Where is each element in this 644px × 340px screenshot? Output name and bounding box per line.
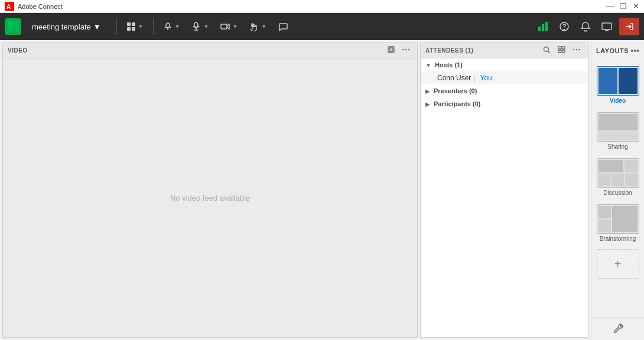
video-content-area: No video feed available <box>3 58 417 337</box>
screen-share-button[interactable] <box>598 19 616 34</box>
attendees-panel: ATTENDEES (1) <box>420 42 588 338</box>
svg-point-38 <box>579 49 580 50</box>
svg-text:A: A <box>6 4 11 10</box>
no-video-message: No video feed available <box>170 194 250 202</box>
layout-discussion[interactable]: Discussion <box>594 155 642 198</box>
layout-brainstorming[interactable]: Brainstorming <box>594 201 642 244</box>
hosts-chevron: ▼ <box>425 62 431 68</box>
attendees-list: ▼ Hosts (1) Conn User | You ▶ Presenters… <box>421 58 588 337</box>
main-content: VIDEO No video feed available <box>0 40 644 340</box>
svg-point-36 <box>573 49 574 50</box>
participants-chevron: ▶ <box>425 101 430 107</box>
participants-group-label: Participants (0) <box>434 100 480 107</box>
attendee-name: Conn User <box>437 74 471 82</box>
svg-rect-8 <box>127 27 131 31</box>
video-panel: VIDEO No video feed available <box>2 42 418 338</box>
layout-discussion-label: Discussion <box>603 189 632 196</box>
apps-chevron: ▼ <box>138 24 144 30</box>
svg-line-31 <box>548 51 551 53</box>
svg-rect-7 <box>132 22 135 26</box>
svg-point-12 <box>194 22 198 27</box>
window-controls: — ❐ ✕ <box>606 2 639 11</box>
layout-discussion-thumbnail <box>597 158 639 188</box>
layout-brainstorming-label: Brainstorming <box>600 236 636 242</box>
attendees-more-button[interactable] <box>570 45 583 56</box>
presenters-chevron: ▶ <box>425 88 430 94</box>
toolbar-separator-2 <box>153 18 154 35</box>
meeting-name-dropdown[interactable]: meeting template ▼ <box>27 20 106 34</box>
layout-video-label: Video <box>610 97 626 104</box>
title-bar: A Adobe Connect — ❐ ✕ <box>0 0 644 13</box>
svg-point-28 <box>405 49 406 50</box>
svg-rect-18 <box>545 22 548 31</box>
app-title: Adobe Connect <box>18 3 63 10</box>
svg-rect-17 <box>542 24 544 31</box>
svg-rect-15 <box>221 24 227 29</box>
close-button[interactable]: ✕ <box>633 2 639 11</box>
notifications-button[interactable] <box>577 19 594 34</box>
add-layout-button[interactable]: + <box>597 249 639 279</box>
layouts-more-button[interactable]: ••• <box>630 46 639 55</box>
svg-point-27 <box>402 49 404 50</box>
video-button[interactable]: ▼ <box>216 16 242 37</box>
svg-rect-5 <box>14 27 19 32</box>
toolbar-separator-1 <box>116 18 117 35</box>
video-panel-menu-button[interactable] <box>399 45 412 56</box>
svg-rect-3 <box>14 21 19 27</box>
layout-sharing[interactable]: Sharing <box>594 109 642 152</box>
layout-video-thumbnail <box>597 66 639 96</box>
participants-group-row[interactable]: ▶ Participants (0) <box>421 97 588 110</box>
toolbar-right-actions <box>534 18 639 35</box>
layout-video[interactable]: Video <box>594 63 642 106</box>
layout-sharing-thumbnail <box>597 112 639 142</box>
presenters-group-row[interactable]: ▶ Presenters (0) <box>421 84 588 97</box>
restore-button[interactable]: ❐ <box>620 2 627 11</box>
layout-sharing-label: Sharing <box>607 143 627 150</box>
attendee-conn-user: Conn User | You <box>421 71 588 84</box>
video-panel-title: VIDEO <box>8 47 28 54</box>
mic-chevron: ▼ <box>203 24 209 30</box>
help-button[interactable] <box>555 19 573 34</box>
toolbar: meeting template ▼ ▼ ▼ ▼ <box>0 13 644 40</box>
svg-rect-35 <box>562 50 565 53</box>
svg-point-20 <box>564 29 565 30</box>
svg-rect-9 <box>132 27 135 31</box>
svg-point-37 <box>576 49 577 50</box>
video-panel-header: VIDEO <box>3 43 417 58</box>
hands-button[interactable]: ▼ <box>245 16 271 37</box>
audio-button[interactable]: ▼ <box>158 16 185 37</box>
mic-button[interactable]: ▼ <box>187 16 213 37</box>
layouts-panel: LAYOUTS ••• Video Sharing <box>591 40 644 340</box>
exit-button[interactable] <box>619 18 639 35</box>
analytics-button[interactable] <box>534 19 552 34</box>
layouts-header: LAYOUTS ••• <box>591 40 644 61</box>
svg-rect-16 <box>538 27 541 31</box>
adobe-connect-logo: A <box>5 2 14 11</box>
wrench-button[interactable] <box>613 322 623 335</box>
svg-point-29 <box>408 49 409 50</box>
video-panel-expand-button[interactable] <box>385 45 397 56</box>
meeting-name-chevron: ▼ <box>93 22 101 31</box>
hosts-group-row[interactable]: ▼ Hosts (1) <box>421 58 588 71</box>
hosts-group-label: Hosts (1) <box>435 61 463 68</box>
svg-rect-32 <box>558 47 561 49</box>
apps-button[interactable]: ▼ <box>122 16 148 37</box>
svg-rect-21 <box>602 23 612 30</box>
layouts-title: LAYOUTS <box>596 47 629 54</box>
svg-rect-33 <box>562 47 565 49</box>
video-panel-actions <box>385 45 412 56</box>
svg-rect-6 <box>127 22 131 26</box>
chat-button[interactable] <box>274 16 292 37</box>
svg-point-10 <box>166 23 170 28</box>
add-layout-icon: + <box>614 257 622 271</box>
attendees-view-button[interactable] <box>555 45 568 56</box>
attendee-separator: | <box>473 74 475 82</box>
hands-chevron: ▼ <box>261 24 266 30</box>
meeting-name-label: meeting template <box>32 22 91 31</box>
attendee-you-tag: You <box>480 74 492 82</box>
minimize-button[interactable]: — <box>606 2 614 11</box>
audio-chevron: ▼ <box>175 24 180 30</box>
svg-rect-4 <box>8 27 13 32</box>
presenters-group-label: Presenters (0) <box>434 87 477 94</box>
attendees-search-button[interactable] <box>541 45 553 57</box>
